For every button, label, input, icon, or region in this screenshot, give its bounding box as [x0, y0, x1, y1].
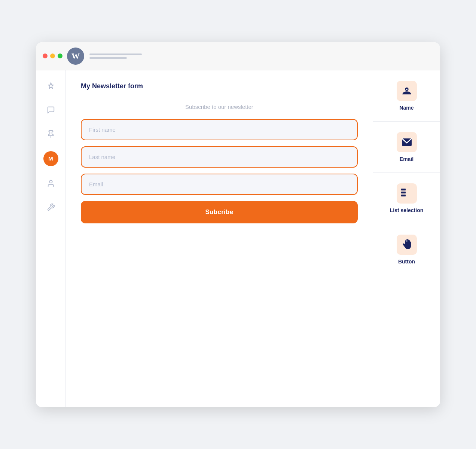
list-selection-icon — [397, 183, 417, 204]
svg-point-1 — [49, 180, 52, 183]
button-icon — [397, 235, 417, 255]
form-subtitle: Subscribe to our newsletter — [81, 104, 358, 110]
address-lines — [89, 54, 142, 59]
title-bar: W — [36, 42, 440, 70]
svg-rect-10 — [406, 195, 412, 196]
email-input[interactable] — [81, 174, 358, 195]
list-selection-item[interactable]: List selection — [373, 173, 440, 224]
email-label: Email — [400, 156, 414, 162]
address-line-2 — [89, 57, 127, 59]
traffic-lights — [43, 54, 62, 58]
right-sidebar: Name Email — [373, 70, 440, 407]
left-sidebar: M — [36, 70, 66, 407]
traffic-light-yellow[interactable] — [50, 54, 55, 58]
svg-rect-5 — [401, 189, 406, 190]
browser-window: W — [36, 42, 440, 407]
lastname-input[interactable] — [81, 146, 358, 168]
comment-icon[interactable] — [44, 103, 58, 117]
svg-point-3 — [406, 89, 408, 90]
svg-rect-9 — [401, 195, 406, 196]
traffic-light-red[interactable] — [43, 54, 48, 58]
main-area: M My Newsletter form Subscribe to our ne… — [36, 70, 440, 407]
email-icon — [397, 132, 417, 152]
address-line-1 — [89, 54, 142, 55]
wordpress-logo: W — [67, 48, 84, 65]
svg-rect-8 — [406, 192, 412, 193]
button-item[interactable]: Button — [373, 224, 440, 275]
avatar-letter: M — [48, 155, 53, 162]
list-selection-label: List selection — [390, 207, 423, 213]
svg-rect-6 — [406, 189, 412, 190]
address-bar: W — [67, 48, 433, 65]
traffic-light-green[interactable] — [58, 54, 62, 58]
name-icon — [397, 81, 417, 101]
thumbtack-icon[interactable] — [44, 127, 58, 141]
svg-point-11 — [406, 240, 408, 242]
center-content: My Newsletter form Subscribe to our news… — [66, 70, 373, 407]
firstname-input[interactable] — [81, 119, 358, 140]
form-title: My Newsletter form — [81, 82, 358, 90]
email-item[interactable]: Email — [373, 122, 440, 173]
name-item[interactable]: Name — [373, 70, 440, 122]
user-avatar[interactable]: M — [43, 151, 58, 166]
subscribe-button[interactable]: Subcribe — [81, 201, 358, 223]
pin-icon[interactable] — [44, 79, 58, 93]
svg-rect-7 — [401, 192, 406, 193]
button-label: Button — [398, 259, 415, 265]
settings-icon[interactable] — [44, 201, 58, 214]
newsletter-form: Subcribe — [81, 119, 358, 223]
name-label: Name — [399, 105, 414, 111]
user-icon[interactable] — [44, 177, 58, 190]
